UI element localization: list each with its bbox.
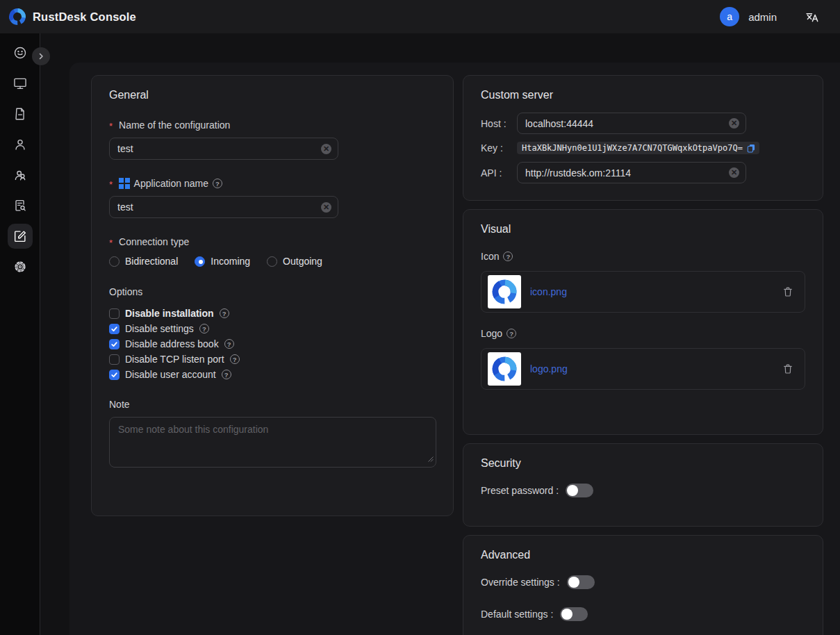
radio-outgoing[interactable]: Outgoing [267,256,322,267]
config-name-label: Name of the configuration [109,119,436,131]
checkbox-disable-user-account[interactable]: Disable user account ? [109,367,436,382]
note-area-wrap [109,417,436,468]
host-row: Host : ✕ [481,113,805,134]
user-icon [13,137,28,152]
document-icon [13,106,28,122]
options-label: Options [109,286,436,297]
override-settings-row: Override settings : [481,575,805,589]
trash-icon[interactable] [782,363,793,374]
preset-password-toggle[interactable] [566,484,593,497]
override-settings-label: Override settings : [481,577,560,588]
custom-server-title: Custom server [481,89,805,101]
key-row: Key : HtaXBkJNHyn0e1U1jWXze7A7CN7QTGWqxk… [481,142,805,154]
radio-bidirectional[interactable]: Bidirectional [109,256,178,267]
help-icon[interactable]: ? [213,179,222,188]
trash-icon[interactable] [782,286,793,297]
config-name-input[interactable] [117,143,321,154]
radio-icon [195,256,205,267]
help-icon[interactable]: ? [224,339,234,349]
logo-file-box: logo.png [481,348,805,390]
logo-label: Logo ? [481,328,805,339]
icon-file-link[interactable]: icon.png [530,286,567,297]
sidebar-item-dashboard[interactable] [8,40,33,65]
key-label: Key : [481,142,517,154]
checkbox-disable-address-book[interactable]: Disable address book ? [109,336,436,352]
logo-thumbnail [488,352,521,386]
override-settings-toggle[interactable] [567,575,595,589]
help-icon[interactable]: ? [220,308,229,318]
sidebar [0,33,40,635]
user-avatar[interactable]: a [720,7,739,26]
sidebar-item-groups[interactable] [8,163,33,188]
help-icon[interactable]: ? [503,251,513,261]
api-input[interactable] [525,167,729,179]
radio-icon [109,256,120,267]
help-icon[interactable]: ? [230,354,240,364]
default-settings-toggle[interactable] [560,607,588,621]
sidebar-item-custom-clients[interactable] [8,224,33,249]
clear-icon[interactable]: ✕ [729,118,739,129]
options-list: Disable installation ? Disable settings … [109,306,436,382]
preset-password-row: Preset password : [481,484,805,497]
radio-icon [267,256,277,267]
clear-icon[interactable]: ✕ [321,202,331,213]
visual-title: Visual [481,223,805,236]
app-title: RustDesk Console [33,10,136,24]
logo-file-link[interactable]: logo.png [530,363,568,374]
chevron-right-icon [37,52,45,60]
monitor-icon [13,76,28,91]
checkbox-icon [109,354,120,365]
icon-thumbnail [488,275,521,308]
note-textarea[interactable] [110,418,436,467]
checkbox-disable-installation[interactable]: Disable installation ? [109,306,436,321]
icon-label: Icon ? [481,251,805,262]
smiley-icon [13,45,28,60]
connection-type-label: Connection type [109,236,436,247]
default-settings-label: Default settings : [481,609,553,620]
user-name[interactable]: admin [748,11,777,23]
edit-square-icon [13,229,28,244]
copy-icon[interactable] [746,143,756,153]
api-label: API : [481,167,517,179]
clear-icon[interactable]: ✕ [729,167,739,178]
sidebar-expand-button[interactable] [32,47,50,65]
checkbox-disable-tcp-listen-port[interactable]: Disable TCP listen port ? [109,352,436,367]
host-input[interactable] [525,118,729,129]
application-name-input[interactable] [117,201,321,213]
visual-card: Visual Icon ? icon.png [463,209,823,435]
translate-icon[interactable] [805,10,819,24]
host-label: Host : [481,118,517,129]
sidebar-item-devices[interactable] [8,71,33,96]
clear-icon[interactable]: ✕ [321,144,331,154]
key-value[interactable]: HtaXBkJNHyn0e1U1jWXze7A7CN7QTGWqxkOtpaVp… [517,142,759,154]
general-title: General [109,89,436,101]
windows-logo-icon [119,178,130,189]
sidebar-item-documents[interactable] [8,101,33,126]
sidebar-item-audit[interactable] [8,193,33,218]
application-name-input-wrap: ✕ [109,196,338,218]
custom-server-card: Custom server Host : ✕ Key : [463,75,823,201]
checkbox-icon [109,308,120,319]
note-label: Note [109,399,436,410]
help-icon[interactable]: ? [222,370,231,379]
radio-incoming[interactable]: Incoming [195,256,250,267]
rustdesk-logo-icon [8,8,26,26]
config-name-input-wrap: ✕ [109,138,338,160]
preset-password-label: Preset password : [481,485,559,496]
checkbox-icon [109,370,120,380]
sidebar-item-settings[interactable] [8,254,33,279]
sidebar-item-users[interactable] [8,132,33,157]
security-card: Security Preset password : [463,443,823,527]
advanced-title: Advanced [481,549,805,561]
api-input-wrap: ✕ [517,162,746,183]
checkbox-icon [109,324,120,334]
connection-type-radios: Bidirectional Incoming Outgoing [109,256,436,267]
general-card: General Name of the configuration ✕ Appl… [91,75,454,516]
security-title: Security [481,457,805,470]
user-group-icon [13,167,28,183]
gear-icon [13,259,28,274]
help-icon[interactable]: ? [507,329,516,338]
help-icon[interactable]: ? [199,324,209,333]
checkbox-disable-settings[interactable]: Disable settings ? [109,321,436,336]
api-row: API : ✕ [481,162,805,183]
